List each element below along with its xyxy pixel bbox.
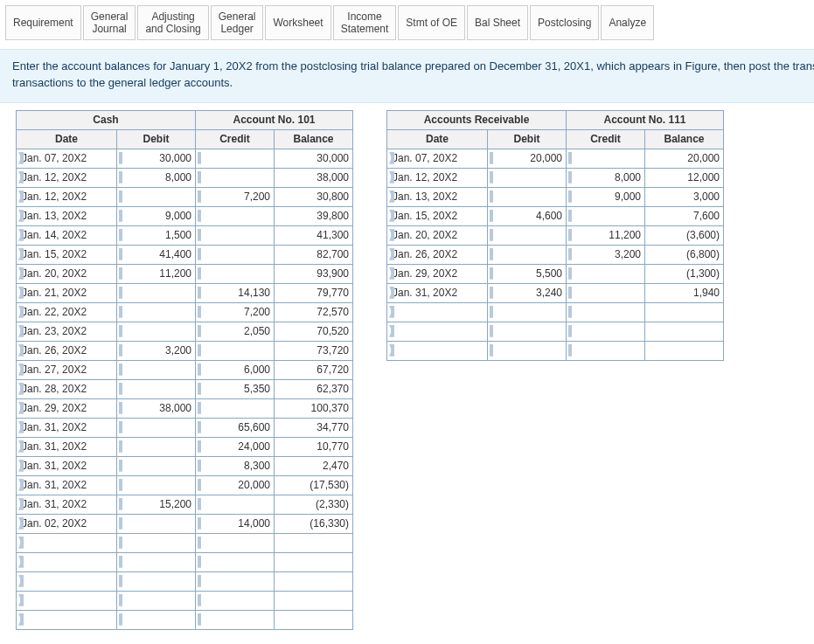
date-cell[interactable]: Jan. 12, 20X2 [17,187,117,206]
debit-cell[interactable] [117,571,196,591]
date-cell[interactable]: Jan. 21, 20X2 [17,283,117,302]
tab-bal-sheet[interactable]: Bal Sheet [467,5,528,40]
credit-cell[interactable]: 11,200 [567,225,645,245]
debit-cell[interactable] [117,322,196,341]
debit-cell[interactable]: 8,000 [117,168,196,187]
debit-cell[interactable] [488,187,567,206]
debit-cell[interactable] [488,302,567,322]
date-cell[interactable] [17,533,117,552]
date-cell[interactable]: Jan. 15, 20X2 [387,206,488,225]
date-cell[interactable]: Jan. 15, 20X2 [17,245,117,264]
debit-cell[interactable]: 20,000 [488,149,567,168]
credit-cell[interactable]: 5,350 [196,379,275,398]
date-cell[interactable] [387,322,488,341]
debit-cell[interactable]: 3,240 [488,283,567,302]
date-cell[interactable]: Jan. 14, 20X2 [17,225,117,245]
date-cell[interactable]: Jan. 29, 20X2 [17,398,117,418]
date-cell[interactable]: Jan. 02, 20X2 [17,514,117,533]
date-cell[interactable] [387,341,488,360]
tab-income-statement[interactable]: Income Statement [333,5,397,40]
credit-cell[interactable]: 6,000 [196,360,275,379]
tab-analyze[interactable]: Analyze [601,5,654,40]
credit-cell[interactable] [196,225,275,245]
debit-cell[interactable] [117,379,196,398]
debit-cell[interactable]: 3,200 [117,341,196,360]
debit-cell[interactable] [117,610,196,629]
date-cell[interactable]: Jan. 20, 20X2 [17,264,117,283]
tab-adjusting-closing[interactable]: Adjusting and Closing [137,5,208,40]
credit-cell[interactable] [567,264,645,283]
date-cell[interactable]: Jan. 12, 20X2 [17,168,117,187]
date-cell[interactable]: Jan. 31, 20X2 [17,437,117,456]
debit-cell[interactable] [117,591,196,610]
tab-requirement[interactable]: Requirement [5,5,81,40]
credit-cell[interactable]: 7,200 [196,302,275,322]
credit-cell[interactable] [567,149,645,168]
date-cell[interactable]: Jan. 31, 20X2 [17,495,117,514]
credit-cell[interactable] [196,552,275,571]
debit-cell[interactable] [117,533,196,552]
debit-cell[interactable] [488,245,567,264]
tab-postclosing[interactable]: Postclosing [530,5,599,40]
credit-cell[interactable] [196,264,275,283]
debit-cell[interactable] [117,283,196,302]
credit-cell[interactable] [567,302,645,322]
date-cell[interactable] [17,591,117,610]
credit-cell[interactable] [196,533,275,552]
credit-cell[interactable] [196,341,275,360]
debit-cell[interactable]: 11,200 [117,264,196,283]
credit-cell[interactable]: 14,130 [196,283,275,302]
credit-cell[interactable]: 8,000 [567,168,645,187]
date-cell[interactable]: Jan. 31, 20X2 [387,283,488,302]
date-cell[interactable]: Jan. 20, 20X2 [387,225,488,245]
debit-cell[interactable] [117,187,196,206]
credit-cell[interactable] [196,591,275,610]
debit-cell[interactable]: 30,000 [117,149,196,168]
credit-cell[interactable]: 65,600 [196,418,275,437]
credit-cell[interactable] [196,245,275,264]
credit-cell[interactable]: 7,200 [196,187,275,206]
credit-cell[interactable] [567,206,645,225]
debit-cell[interactable] [488,322,567,341]
credit-cell[interactable] [196,495,275,514]
credit-cell[interactable]: 2,050 [196,322,275,341]
debit-cell[interactable]: 41,400 [117,245,196,264]
debit-cell[interactable] [117,475,196,495]
debit-cell[interactable] [488,225,567,245]
debit-cell[interactable]: 5,500 [488,264,567,283]
credit-cell[interactable] [567,341,645,360]
debit-cell[interactable]: 15,200 [117,495,196,514]
debit-cell[interactable]: 9,000 [117,206,196,225]
credit-cell[interactable] [196,168,275,187]
debit-cell[interactable] [117,418,196,437]
credit-cell[interactable] [196,149,275,168]
date-cell[interactable]: Jan. 31, 20X2 [17,456,117,475]
debit-cell[interactable] [117,302,196,322]
credit-cell[interactable] [196,398,275,418]
date-cell[interactable]: Jan. 23, 20X2 [17,322,117,341]
credit-cell[interactable] [567,283,645,302]
tab-stmt-of-oe[interactable]: Stmt of OE [398,5,465,40]
credit-cell[interactable] [567,322,645,341]
date-cell[interactable]: Jan. 22, 20X2 [17,302,117,322]
credit-cell[interactable]: 14,000 [196,514,275,533]
debit-cell[interactable] [117,552,196,571]
credit-cell[interactable] [196,571,275,591]
date-cell[interactable] [17,571,117,591]
date-cell[interactable]: Jan. 07, 20X2 [387,149,488,168]
date-cell[interactable]: Jan. 28, 20X2 [17,379,117,398]
date-cell[interactable]: Jan. 07, 20X2 [17,149,117,168]
date-cell[interactable]: Jan. 13, 20X2 [387,187,488,206]
date-cell[interactable]: Jan. 12, 20X2 [387,168,488,187]
date-cell[interactable] [17,552,117,571]
debit-cell[interactable] [488,168,567,187]
credit-cell[interactable]: 9,000 [567,187,645,206]
debit-cell[interactable] [117,360,196,379]
credit-cell[interactable]: 20,000 [196,475,275,495]
date-cell[interactable]: Jan. 27, 20X2 [17,360,117,379]
debit-cell[interactable]: 38,000 [117,398,196,418]
debit-cell[interactable] [117,514,196,533]
credit-cell[interactable]: 8,300 [196,456,275,475]
credit-cell[interactable]: 3,200 [567,245,645,264]
tab-general-ledger[interactable]: General Ledger [211,5,264,40]
